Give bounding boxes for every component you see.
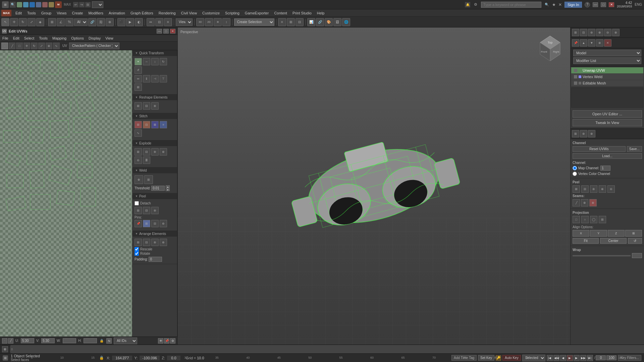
timeline-progress[interactable]: 0 5 10 15 20 25 30 35 40 45 50 55 60 65 …: [10, 345, 644, 353]
link-btn[interactable]: 🔗: [88, 18, 96, 26]
wrap-slider[interactable]: [573, 255, 631, 256]
qt-r90[interactable]: ↻: [160, 58, 167, 65]
uv-pin-icon[interactable]: 📌: [164, 338, 169, 344]
peel-btn-2[interactable]: ⊟: [581, 185, 589, 193]
mod-vertex-weld[interactable]: Vertex Weld: [571, 74, 643, 80]
uv-edge-mode[interactable]: ╱: [8, 338, 13, 344]
stitch-2[interactable]: ⊟: [143, 121, 150, 128]
modifier-list-dropdown[interactable]: Modifier List: [573, 57, 641, 64]
qt-flip-h[interactable]: ⇔: [135, 75, 142, 82]
named-sel-1[interactable]: ≡: [278, 18, 286, 26]
schematic-btn[interactable]: 🔗: [316, 18, 324, 26]
mod-make-unique[interactable]: ⊕: [596, 39, 603, 47]
snap-toggle[interactable]: ⊞: [48, 18, 56, 26]
active-shade-btn[interactable]: ◐: [135, 18, 143, 26]
proj-icon-1[interactable]: ⊞: [572, 130, 579, 137]
reshape-2[interactable]: ⊟: [143, 102, 150, 110]
uv-tb-vertices[interactable]: ·: [1, 43, 8, 49]
settings-icon[interactable]: ⚙: [473, 2, 478, 7]
viewport-3d[interactable]: Top Right Front Perspective: [178, 27, 570, 345]
proj-box[interactable]: ⊞: [599, 216, 606, 223]
uv-tb-rotate[interactable]: ↻: [31, 43, 38, 49]
uv-vert-mode[interactable]: ·: [2, 338, 7, 344]
u-input[interactable]: [21, 338, 34, 343]
uv-viewport[interactable]: [0, 50, 132, 337]
minimize-btn[interactable]: —: [593, 2, 598, 7]
align-btn[interactable]: ⊟: [155, 18, 163, 26]
create-selection-dropdown[interactable]: Create Selection: [234, 18, 274, 26]
uv-menu-select[interactable]: Select: [22, 36, 37, 41]
material-editor-btn[interactable]: 🎨: [325, 18, 333, 26]
explode-4[interactable]: ⊕: [160, 148, 167, 156]
snap-world-btn[interactable]: ⊕: [214, 18, 222, 26]
uv-tb-scale[interactable]: ⤢: [38, 43, 45, 49]
align-y-btn[interactable]: Y: [590, 230, 607, 237]
menu-group[interactable]: Group: [39, 10, 54, 16]
search-btn-icon[interactable]: 🔍: [544, 2, 549, 7]
peel-btn-4[interactable]: ⊕: [599, 185, 606, 193]
pin-1[interactable]: 📌: [135, 220, 142, 227]
workspace-icon[interactable]: ⊟: [85, 2, 91, 7]
mod-icon-4[interactable]: ⊕: [596, 29, 603, 36]
proj-sphere[interactable]: ◯: [590, 216, 597, 223]
threshold-input[interactable]: [151, 186, 165, 191]
close-search-icon[interactable]: ✕: [558, 2, 562, 7]
qt-move-v[interactable]: ↕: [151, 58, 159, 65]
uv-menu-edit[interactable]: Edit: [11, 36, 22, 41]
angle-snap-btn[interactable]: ∠: [57, 18, 65, 26]
menu-print-studio[interactable]: Print Studio: [290, 10, 314, 16]
sign-in-btn[interactable]: Sign In: [565, 2, 582, 8]
maximize-btn[interactable]: □: [601, 2, 606, 7]
select-mode-btn[interactable]: ↖: [1, 18, 9, 26]
reshape-header[interactable]: ▼ Reshape Elements: [132, 95, 177, 100]
mod-icon-2[interactable]: ⊟: [580, 29, 587, 36]
explode-6[interactable]: ≣: [143, 157, 150, 164]
render-scene-btn[interactable]: ▶: [126, 18, 134, 26]
explode-1[interactable]: ⊞: [135, 148, 142, 156]
peel-header[interactable]: ▼ Peel: [132, 193, 177, 199]
align-z-btn[interactable]: Z: [608, 230, 625, 237]
redo-icon[interactable]: ↪: [79, 2, 85, 7]
load-btn[interactable]: Load...: [573, 153, 642, 159]
qt-center-v[interactable]: ⊤: [160, 75, 167, 82]
snap-3d-btn[interactable]: 3D: [196, 18, 204, 26]
normalize-icon[interactable]: N: [106, 338, 112, 344]
menu-create[interactable]: Create: [69, 10, 86, 16]
menu-rendering[interactable]: Rendering: [156, 10, 178, 16]
stitch-header[interactable]: ▼ Stitch: [132, 113, 177, 119]
tweak-in-view-btn[interactable]: Tweak In View: [573, 119, 642, 126]
move-btn[interactable]: ✛: [10, 18, 18, 26]
stitch-5[interactable]: ∿: [135, 129, 142, 137]
snap-spinner-btn[interactable]: ↕: [222, 18, 230, 26]
uv-eye-icon[interactable]: 👁: [158, 338, 163, 344]
qt-fit[interactable]: ⊞: [135, 83, 142, 91]
proj-cylinder[interactable]: ○: [581, 216, 589, 223]
search-input[interactable]: [481, 2, 541, 8]
uv-menu-tools[interactable]: Tools: [37, 36, 50, 41]
render-btn[interactable]: ⬛: [117, 18, 125, 26]
center-btn[interactable]: Center: [600, 238, 626, 244]
uv-minimize-btn[interactable]: —: [157, 29, 162, 34]
menu-edit[interactable]: Edit: [13, 10, 24, 16]
model-dropdown[interactable]: Model: [573, 50, 641, 56]
mod-delete[interactable]: ✕: [604, 39, 611, 47]
search-icon[interactable]: 🔍: [10, 2, 16, 8]
qt-move-h[interactable]: ↔: [143, 58, 150, 65]
snap-2d-btn[interactable]: 2D: [205, 18, 213, 26]
mirror-btn[interactable]: ⇔: [147, 18, 155, 26]
notification-icon[interactable]: 🔔: [465, 2, 470, 7]
explode-3[interactable]: ⊛: [151, 148, 159, 156]
reset-btn[interactable]: ↺: [628, 238, 642, 244]
explode-2[interactable]: ⊟: [143, 148, 150, 156]
unlink-btn[interactable]: ⛓: [97, 18, 105, 26]
proj-icon-3[interactable]: ⊕: [588, 130, 595, 137]
pin-4[interactable]: ⊛: [160, 220, 167, 227]
menu-animation[interactable]: Animation: [106, 10, 128, 16]
seam-btn-2[interactable]: ⊕: [581, 199, 588, 206]
threshold-spinner[interactable]: ▲ ▼: [166, 185, 170, 191]
layer-btn[interactable]: ≡: [164, 18, 172, 26]
uv-restore-btn[interactable]: □: [163, 29, 169, 34]
stitch-4[interactable]: ≡: [160, 121, 167, 128]
menu-graph-editors[interactable]: Graph Editors: [128, 10, 156, 16]
qt-center-h[interactable]: ⊣: [151, 75, 159, 82]
